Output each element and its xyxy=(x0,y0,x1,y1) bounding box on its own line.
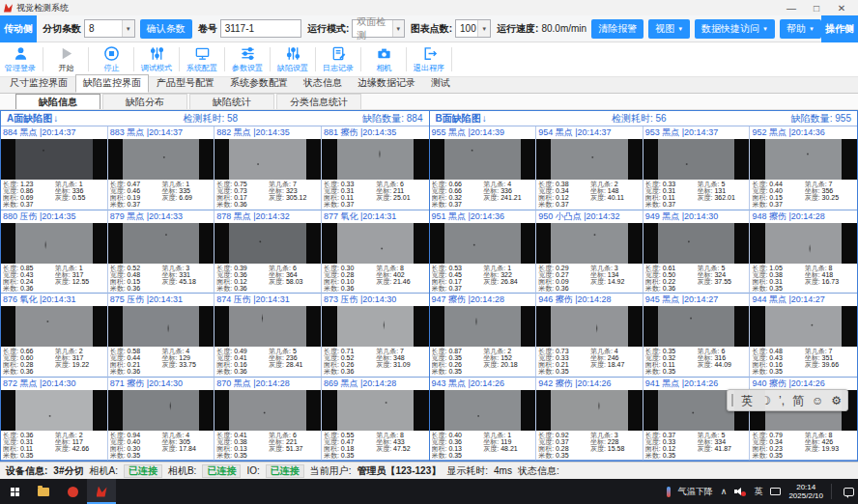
camera-button[interactable]: 相机 xyxy=(363,42,404,76)
exit-program-button[interactable]: 退出程序 xyxy=(409,42,449,76)
keyboard-icon[interactable] xyxy=(770,488,781,495)
info-label: 宽度: xyxy=(324,438,341,445)
tab-sub-1[interactable]: 缺陷分布 xyxy=(102,94,187,109)
defect-info-right: 第几条: 8坐标: 402灰度: 21.46 xyxy=(376,265,428,294)
tab-main-5[interactable]: 边缘数据记录 xyxy=(350,74,423,93)
clear-alarm-button[interactable]: 清除报警 xyxy=(591,19,644,39)
ime-simplified-button[interactable]: 简 xyxy=(792,395,804,406)
defect-cell[interactable]: 953 黑点 |20:14:37长度: 0.33宽度: 0.31面积: 0.11… xyxy=(644,126,751,210)
volume-icon[interactable] xyxy=(734,487,746,496)
start-menu-button[interactable] xyxy=(0,479,29,504)
taskbar-inspection-app[interactable] xyxy=(87,479,116,504)
tab-main-1[interactable]: 缺陷监控界面 xyxy=(75,74,149,93)
defect-cell[interactable]: 955 黑点 |20:14:39长度: 0.66宽度: 0.66面积: 0.32… xyxy=(430,126,537,210)
ime-language-indicator[interactable]: 英 xyxy=(754,486,762,498)
defect-cell[interactable]: 880 压伤 |20:14:35长度: 0.85宽度: 0.43面积: 0.24… xyxy=(1,210,108,294)
view-menu-button[interactable]: 视图▼ xyxy=(648,19,690,39)
defect-cell[interactable]: 883 黑点 |20:14:37长度: 0.47宽度: 0.46面积: 0.19… xyxy=(108,126,215,210)
defect-cell[interactable]: 877 氧化 |20:14:31长度: 0.30宽度: 0.28面积: 0.10… xyxy=(322,210,429,294)
defect-cell[interactable]: 944 黑点 |20:14:27长度: 0.48宽度: 0.43面积: 0.16… xyxy=(750,294,857,378)
ime-drag-handle[interactable] xyxy=(731,394,733,406)
help-menu-button[interactable]: 帮助▼ xyxy=(780,19,821,39)
system-config-button[interactable]: 系统配置 xyxy=(182,42,222,76)
defect-cell[interactable]: 942 擦伤 |20:14:26长度: 0.92宽度: 0.37面积: 0.28… xyxy=(536,378,644,462)
stop-button[interactable]: 停止 xyxy=(91,42,131,76)
defect-cell[interactable]: 870 黑点 |20:14:28长度: 0.41宽度: 0.38面积: 0.13… xyxy=(214,378,322,462)
defect-cell[interactable]: 947 擦伤 |20:14:28长度: 0.87宽度: 0.35面积: 0.26… xyxy=(430,294,537,378)
defect-cell[interactable]: 882 黑点 |20:14:35长度: 0.75宽度: 0.73面积: 0.17… xyxy=(214,126,322,210)
tray-expand-icon[interactable]: ∧ xyxy=(721,487,728,496)
tab-main-4[interactable]: 状态信息 xyxy=(296,74,350,93)
defect-cell[interactable]: 878 黑点 |20:14:32长度: 0.39宽度: 0.36面积: 0.12… xyxy=(214,210,322,294)
info-value: 0.37 xyxy=(556,201,569,208)
tab-main-2[interactable]: 产品型号配置 xyxy=(149,74,222,93)
ime-halfwidth-icon[interactable]: ☽ xyxy=(760,395,771,406)
defect-cell[interactable]: 946 擦伤 |20:14:28长度: 0.73宽度: 0.33面积: 0.21… xyxy=(536,294,644,378)
info-line: 坐标: 356 xyxy=(805,187,857,194)
defect-cell[interactable]: 881 擦伤 |20:14:35长度: 0.33宽度: 0.31面积: 0.11… xyxy=(322,126,429,210)
defect-cell[interactable]: 951 黑点 |20:14:36长度: 0.53宽度: 0.45面积: 0.17… xyxy=(430,210,537,294)
taskbar-clock[interactable]: 20:14 2025/2/10 xyxy=(788,483,823,500)
ime-punctuation-icon[interactable]: ’, xyxy=(779,395,785,406)
sort-down-icon[interactable]: ↓ xyxy=(482,113,487,124)
defect-cell[interactable]: 869 黑点 |20:14:28长度: 0.55宽度: 0.47面积: 0.18… xyxy=(322,378,429,462)
sort-down-icon[interactable]: ↓ xyxy=(53,113,58,124)
defect-cell[interactable]: 950 小凸点 |20:14:32长度: 0.29宽度: 0.27面积: 0.0… xyxy=(536,210,644,294)
info-value: 324 xyxy=(714,271,726,278)
defect-cell[interactable]: 884 黑点 |20:14:37长度: 1.23宽度: 0.86面积: 0.69… xyxy=(1,126,108,210)
top-toolbar: 传动侧 分切条数 8▼ 确认条数 卷号 3117-1 运行模式: 双面检测▼ 图… xyxy=(0,15,858,42)
roll-number-input[interactable]: 3117-1 xyxy=(220,19,301,38)
data-access-menu-button[interactable]: 数据快捷访问▼ xyxy=(695,19,775,39)
defect-cell[interactable]: 875 压伤 |20:14:31长度: 0.58宽度: 0.44面积: 0.21… xyxy=(108,294,215,378)
drive-side-button[interactable]: 传动侧 xyxy=(0,15,37,42)
info-label: 第几条: xyxy=(55,181,79,187)
tab-main-3[interactable]: 系统参数配置 xyxy=(222,74,296,93)
defect-cell[interactable]: 873 压伤 |20:14:30长度: 0.71宽度: 0.52面积: 0.26… xyxy=(322,294,429,378)
parameter-settings-button[interactable]: 参数设置 xyxy=(227,42,268,76)
defect-cell[interactable]: 949 黑点 |20:14:30长度: 0.61宽度: 0.50面积: 0.22… xyxy=(644,210,751,294)
defect-cell[interactable]: 948 擦伤 |20:14:28长度: 1.05宽度: 0.38面积: 0.31… xyxy=(750,210,857,294)
start-button[interactable]: 开始 xyxy=(45,42,86,76)
ime-settings-icon[interactable]: ⚙ xyxy=(831,395,842,406)
ime-toolbar[interactable]: 英☽’,简☺⚙ xyxy=(727,389,848,411)
info-label: 坐标: xyxy=(269,187,286,194)
defect-cell[interactable]: 871 擦伤 |20:14:30长度: 0.94宽度: 0.40面积: 0.30… xyxy=(108,378,215,462)
maximize-button[interactable]: □ xyxy=(804,3,829,14)
tab-main-6[interactable]: 测试 xyxy=(423,74,458,93)
slit-count-select[interactable]: 8▼ xyxy=(84,19,135,38)
info-value: 0.36 xyxy=(20,285,34,292)
defect-cell[interactable]: 945 黑点 |20:14:27长度: 0.35宽度: 0.32面积: 0.11… xyxy=(644,294,751,378)
login-button[interactable]: 管理登录 xyxy=(0,42,41,76)
weather-text[interactable]: 气温下降 xyxy=(678,486,713,498)
tab-main-0[interactable]: 尺寸监控界面 xyxy=(2,74,75,93)
defect-cell[interactable]: 874 压伤 |20:14:31长度: 0.49宽度: 0.41面积: 0.16… xyxy=(214,294,322,378)
run-mode-select[interactable]: 双面检测▼ xyxy=(352,19,404,38)
operator-side-button[interactable]: 操作侧 xyxy=(821,15,858,42)
tab-sub-3[interactable]: 分类信息统计 xyxy=(276,94,361,109)
chart-points-select[interactable]: 100▼ xyxy=(455,19,491,38)
ime-lang-button[interactable]: 英 xyxy=(741,395,753,406)
tab-sub-2[interactable]: 缺陷统计 xyxy=(189,94,274,109)
defect-info-left: 长度: 0.73宽度: 0.33面积: 0.21米数: 0.35 xyxy=(538,348,590,377)
confirm-count-button[interactable]: 确认条数 xyxy=(140,19,192,39)
defect-settings-button[interactable]: 缺陷设置 xyxy=(272,42,313,76)
taskbar-app[interactable] xyxy=(58,479,87,504)
close-button[interactable]: ✕ xyxy=(829,3,854,14)
info-label: 宽度: xyxy=(645,187,663,194)
defect-cell[interactable]: 952 黑点 |20:14:36长度: 0.44宽度: 0.40面积: 0.15… xyxy=(750,126,857,210)
notification-center-icon[interactable] xyxy=(844,488,854,496)
log-record-button[interactable]: 日志记录 xyxy=(318,42,358,76)
defect-cell[interactable]: 943 黑点 |20:14:26长度: 0.40宽度: 0.36面积: 0.13… xyxy=(430,378,537,462)
defect-cell[interactable]: 954 黑点 |20:14:37长度: 0.38宽度: 0.34面积: 0.12… xyxy=(536,126,644,210)
debug-mode-button[interactable]: 调试模式 xyxy=(136,42,177,76)
info-line: 面积: 0.11 xyxy=(645,361,698,368)
info-value: 0.45 xyxy=(448,271,462,278)
minimize-button[interactable]: — xyxy=(779,3,804,14)
info-label: 宽度: xyxy=(645,438,663,445)
defect-cell[interactable]: 879 黑点 |20:14:33长度: 0.52宽度: 0.48面积: 0.15… xyxy=(108,210,215,294)
tab-sub-0[interactable]: 缺陷信息 xyxy=(15,94,100,109)
ime-emoji-icon[interactable]: ☺ xyxy=(812,395,823,406)
taskbar-file-explorer[interactable] xyxy=(29,479,58,504)
defect-cell[interactable]: 872 黑点 |20:14:30长度: 0.36宽度: 0.31面积: 0.11… xyxy=(1,378,108,462)
defect-cell[interactable]: 876 氧化 |20:14:31长度: 0.66宽度: 0.60面积: 0.28… xyxy=(1,294,108,378)
